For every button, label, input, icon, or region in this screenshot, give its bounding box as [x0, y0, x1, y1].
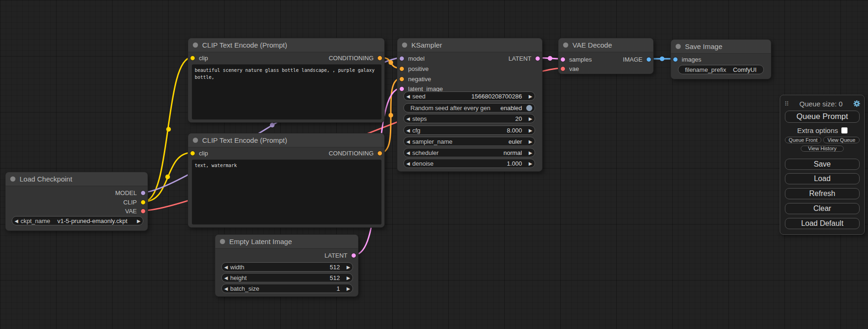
decrement-arrow-icon[interactable]: ◀: [404, 116, 412, 121]
node-clip-text-encode-positive[interactable]: CLIP Text Encode (Prompt) clip CONDITION…: [188, 38, 385, 123]
increment-arrow-icon[interactable]: ▶: [344, 286, 353, 291]
node-titlebar[interactable]: KSampler: [397, 38, 542, 52]
decrement-arrow-icon[interactable]: ◀: [404, 150, 412, 155]
negative-prompt-textarea[interactable]: text, watermark: [192, 160, 381, 224]
load-default-button[interactable]: Load Default: [785, 218, 860, 229]
refresh-button[interactable]: Refresh: [785, 188, 860, 199]
node-titlebar[interactable]: CLIP Text Encode (Prompt): [188, 38, 384, 52]
output-port-latent[interactable]: [535, 56, 540, 61]
output-port-image[interactable]: [646, 57, 651, 62]
decrement-arrow-icon[interactable]: ◀: [404, 128, 412, 133]
node-load-checkpoint[interactable]: Load Checkpoint MODEL CLIP VAE ◀ ckpt_na…: [5, 172, 148, 231]
increment-arrow-icon[interactable]: ▶: [344, 275, 353, 280]
input-port-clip[interactable]: [190, 56, 195, 61]
output-port-conditioning[interactable]: [377, 151, 382, 156]
increment-arrow-icon[interactable]: ▶: [526, 150, 535, 155]
widget-label: width: [230, 264, 244, 271]
view-history-button[interactable]: View History: [801, 146, 844, 152]
widget-value: euler: [452, 138, 526, 145]
widget-scheduler[interactable]: ◀ scheduler normal ▶: [403, 148, 535, 157]
input-port-vae[interactable]: [560, 66, 565, 71]
widget-height[interactable]: ◀ height 512 ▶: [221, 273, 353, 282]
decrement-arrow-icon[interactable]: ◀: [222, 286, 230, 291]
widget-ckpt-name[interactable]: ◀ ckpt_name v1-5-pruned-emaonly.ckpt ▶: [12, 216, 143, 225]
history-buttons-row: View History: [785, 146, 860, 152]
node-clip-text-encode-negative[interactable]: CLIP Text Encode (Prompt) clip CONDITION…: [188, 133, 385, 228]
input-port-clip[interactable]: [190, 151, 195, 156]
node-titlebar[interactable]: Load Checkpoint: [6, 172, 148, 186]
toggle-enabled-dot[interactable]: [526, 105, 532, 111]
widget-width[interactable]: ◀ width 512 ▶: [221, 262, 353, 272]
increment-arrow-icon[interactable]: ▶: [526, 161, 535, 166]
decrement-arrow-icon[interactable]: ◀: [404, 94, 412, 99]
increment-arrow-icon[interactable]: ▶: [526, 139, 535, 144]
output-port-vae[interactable]: [141, 209, 146, 214]
decrement-arrow-icon[interactable]: ◀: [222, 275, 230, 280]
extra-options-checkbox[interactable]: [841, 127, 847, 133]
node-titlebar[interactable]: CLIP Text Encode (Prompt): [188, 133, 384, 147]
port-row: clip CONDITIONING: [188, 53, 384, 63]
widget-value: v1-5-pruned-emaonly.ckpt: [50, 217, 134, 224]
node-titlebar[interactable]: Empty Latent Image: [215, 235, 358, 249]
node-graph-canvas[interactable]: Load Checkpoint MODEL CLIP VAE ◀ ckpt_na…: [0, 0, 868, 329]
input-port-latent-image[interactable]: [399, 86, 404, 91]
input-port-positive[interactable]: [399, 66, 404, 71]
collapse-dot-icon[interactable]: [563, 42, 568, 48]
input-port-model[interactable]: [399, 56, 404, 61]
load-button[interactable]: Load: [785, 173, 860, 184]
clear-button[interactable]: Clear: [785, 203, 860, 214]
widget-random-seed-toggle[interactable]: Random seed after every gen enabled: [403, 103, 535, 112]
decrement-arrow-icon[interactable]: ◀: [404, 139, 412, 144]
collapse-dot-icon[interactable]: [193, 42, 198, 48]
widget-label: ckpt_name: [21, 217, 50, 224]
collapse-dot-icon[interactable]: [10, 176, 15, 182]
output-port-model[interactable]: [141, 190, 146, 196]
input-port-samples[interactable]: [560, 57, 565, 62]
widget-label: denoise: [412, 160, 434, 167]
increment-arrow-icon[interactable]: ▶: [526, 94, 535, 99]
node-ksampler[interactable]: KSampler model LATENT positive negative …: [397, 38, 543, 172]
output-port-latent[interactable]: [351, 253, 356, 258]
widget-batch-size[interactable]: ◀ batch_size 1 ▶: [221, 284, 353, 293]
collapse-dot-icon[interactable]: [193, 138, 198, 143]
node-title: VAE Decode: [572, 41, 612, 49]
save-button[interactable]: Save: [785, 159, 860, 170]
input-port-images[interactable]: [673, 57, 678, 62]
output-port-clip[interactable]: [141, 200, 146, 205]
node-titlebar[interactable]: Save Image: [671, 40, 771, 54]
widget-seed[interactable]: ◀ seed 156680208700286 ▶: [403, 91, 535, 101]
node-title: CLIP Text Encode (Prompt): [202, 136, 287, 144]
widget-label: steps: [412, 115, 427, 122]
increment-arrow-icon[interactable]: ▶: [526, 116, 535, 121]
drag-handle-icon[interactable]: ⠿: [784, 101, 789, 107]
widget-value: 8.000: [420, 127, 526, 134]
view-queue-button[interactable]: View Queue: [823, 137, 860, 143]
node-empty-latent-image[interactable]: Empty Latent Image LATENT ◀ width 512 ▶ …: [215, 234, 359, 297]
increment-arrow-icon[interactable]: ▶: [344, 265, 353, 270]
node-titlebar[interactable]: VAE Decode: [558, 38, 653, 52]
widget-cfg[interactable]: ◀ cfg 8.000 ▶: [403, 126, 535, 135]
increment-arrow-icon[interactable]: ▶: [134, 218, 143, 224]
widget-sampler-name[interactable]: ◀ sampler_name euler ▶: [403, 137, 535, 146]
link-clip-to-positive-encoder: [144, 57, 192, 202]
decrement-arrow-icon[interactable]: ◀: [222, 265, 230, 270]
positive-prompt-textarea[interactable]: beautiful scenery nature glass bottle la…: [192, 64, 381, 119]
queue-front-button[interactable]: Queue Front: [785, 137, 821, 143]
output-port-conditioning[interactable]: [377, 56, 382, 61]
collapse-dot-icon[interactable]: [220, 239, 225, 244]
widget-steps[interactable]: ◀ steps 20 ▶: [403, 114, 535, 123]
collapse-dot-icon[interactable]: [402, 42, 407, 48]
settings-gear-icon[interactable]: [853, 100, 861, 107]
input-port-negative[interactable]: [399, 77, 404, 82]
collapse-dot-icon[interactable]: [676, 44, 681, 49]
widget-filename-prefix[interactable]: filename_prefix ComfyUI: [678, 65, 764, 74]
queue-prompt-button[interactable]: Queue Prompt: [785, 111, 860, 123]
widget-denoise[interactable]: ◀ denoise 1.000 ▶: [403, 159, 535, 168]
increment-arrow-icon[interactable]: ▶: [526, 128, 535, 133]
widget-value: 156680208700286: [425, 93, 526, 100]
decrement-arrow-icon[interactable]: ◀: [404, 161, 412, 166]
decrement-arrow-icon[interactable]: ◀: [12, 218, 21, 224]
node-vae-decode[interactable]: VAE Decode samples IMAGE vae: [558, 38, 654, 74]
node-save-image[interactable]: Save Image images filename_prefix ComfyU…: [670, 39, 771, 79]
port-row: positive: [397, 64, 542, 73]
